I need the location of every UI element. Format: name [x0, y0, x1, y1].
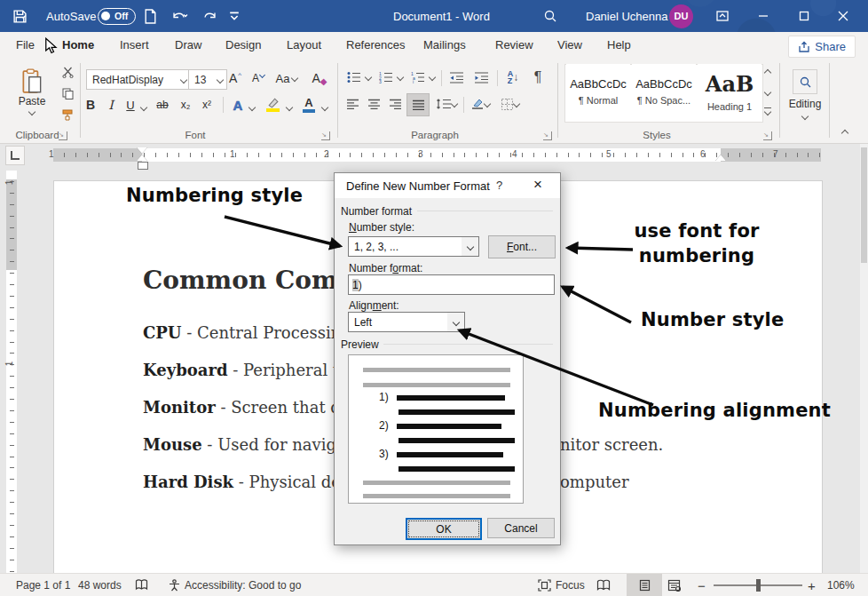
avatar[interactable]: DU: [669, 4, 693, 28]
tab-selector[interactable]: [5, 146, 25, 165]
multilevel-dropdown-icon[interactable]: [428, 73, 437, 82]
line-spacing-button[interactable]: [435, 95, 458, 113]
clear-formatting-button[interactable]: A◆: [309, 68, 330, 88]
undo-button[interactable]: [170, 0, 190, 32]
style-heading1[interactable]: AaB Heading 1: [698, 64, 761, 119]
save-icon[interactable]: [12, 0, 28, 32]
borders-button[interactable]: [497, 95, 522, 113]
close-button[interactable]: [836, 9, 849, 22]
tab-home[interactable]: Home: [60, 32, 96, 60]
new-document-icon[interactable]: [144, 0, 157, 32]
shrink-font-button[interactable]: A: [249, 68, 268, 88]
horizontal-ruler[interactable]: 1 1 2 3 4 5 6 7: [53, 148, 821, 162]
tab-layout[interactable]: Layout: [285, 32, 323, 58]
left-indent-marker[interactable]: [138, 162, 148, 170]
highlight-dropdown-icon[interactable]: [284, 102, 295, 113]
increase-indent-button[interactable]: [470, 68, 492, 86]
tab-view[interactable]: View: [556, 32, 584, 58]
style-normal[interactable]: AaBbCcDc ¶ Normal: [566, 64, 630, 119]
dialog-title-bar[interactable]: Define New Number Format ? ×: [335, 173, 560, 198]
alignment-combo[interactable]: Left: [348, 312, 465, 332]
word-count[interactable]: 48 words: [78, 574, 122, 596]
focus-button[interactable]: Focus: [538, 574, 585, 596]
style-no-spacing[interactable]: AaBbCcDc ¶ No Spac...: [632, 64, 696, 119]
font-name-combo[interactable]: RedHatDisplay: [86, 69, 193, 90]
vertical-scrollbar[interactable]: [860, 144, 868, 573]
styles-scroll-up[interactable]: [761, 67, 774, 79]
tab-insert[interactable]: Insert: [118, 32, 151, 58]
numbering-dropdown-icon[interactable]: [396, 73, 405, 82]
align-center-button[interactable]: [364, 95, 383, 113]
decrease-indent-button[interactable]: [446, 68, 467, 86]
align-left-button[interactable]: [343, 95, 362, 113]
superscript-button[interactable]: x²: [197, 95, 217, 115]
strikethrough-button[interactable]: ab: [153, 95, 172, 115]
sort-button[interactable]: AZ↓: [502, 68, 524, 86]
bold-button[interactable]: B: [82, 95, 99, 115]
user-name[interactable]: Daniel Uchenna: [586, 0, 668, 32]
dialog-help-button[interactable]: ?: [496, 179, 502, 192]
numbering-button[interactable]: 123: [376, 68, 396, 86]
tab-references[interactable]: References: [344, 32, 406, 58]
clipboard-dialog-launcher[interactable]: ↘: [59, 131, 67, 140]
copy-button[interactable]: [59, 86, 76, 100]
quick-access-menu-icon[interactable]: [229, 0, 240, 32]
read-mode-button[interactable]: [596, 574, 611, 596]
font-button[interactable]: Font...: [488, 235, 556, 258]
font-size-combo[interactable]: 13: [188, 69, 227, 90]
hanging-indent-marker[interactable]: [137, 155, 147, 161]
tab-design[interactable]: Design: [224, 32, 263, 58]
proofing-icon[interactable]: [135, 574, 148, 596]
share-button[interactable]: Share: [788, 36, 856, 58]
text-effects-button[interactable]: A: [229, 95, 247, 115]
styles-more-button[interactable]: [761, 104, 774, 118]
dialog-close-button[interactable]: ×: [533, 176, 542, 194]
font-dialog-launcher[interactable]: ↘: [321, 131, 330, 140]
change-case-button[interactable]: Aa: [273, 68, 300, 88]
bullets-dropdown-icon[interactable]: [364, 73, 373, 82]
underline-dropdown-icon[interactable]: [138, 102, 149, 113]
tab-mailings[interactable]: Mailings: [422, 32, 468, 58]
first-line-indent-marker[interactable]: [137, 147, 147, 154]
accessibility-status[interactable]: Accessibility: Good to go: [169, 574, 301, 596]
search-icon[interactable]: [543, 0, 557, 32]
paragraph-dialog-launcher[interactable]: ↘: [543, 131, 552, 140]
ok-button[interactable]: OK: [406, 518, 482, 540]
highlight-button[interactable]: [263, 93, 282, 115]
tab-review[interactable]: Review: [493, 32, 535, 58]
multilevel-list-button[interactable]: 1ai: [408, 68, 428, 86]
scrollbar-thumb[interactable]: [861, 147, 867, 263]
format-painter-button[interactable]: [59, 107, 76, 122]
tab-file[interactable]: File: [14, 32, 36, 58]
underline-button[interactable]: U: [122, 95, 138, 115]
styles-dialog-launcher[interactable]: ↘: [763, 131, 772, 140]
editing-button[interactable]: Editing: [786, 65, 824, 123]
align-right-button[interactable]: [385, 95, 405, 113]
page-indicator[interactable]: Page 1 of 1: [16, 574, 70, 596]
subscript-button[interactable]: x₂: [176, 95, 195, 115]
zoom-percentage[interactable]: 106%: [827, 574, 855, 596]
paste-button[interactable]: Paste: [11, 63, 53, 120]
number-style-combo[interactable]: 1, 2, 3, ...: [348, 236, 479, 257]
bullets-button[interactable]: [344, 68, 364, 86]
shading-button[interactable]: [469, 95, 492, 113]
tab-draw[interactable]: Draw: [173, 32, 203, 58]
cut-button[interactable]: [59, 65, 76, 79]
font-color-button[interactable]: A: [300, 93, 318, 115]
cancel-button[interactable]: Cancel: [487, 518, 555, 538]
print-layout-button[interactable]: [627, 574, 662, 596]
minimize-button[interactable]: [756, 9, 769, 22]
redo-button[interactable]: [202, 0, 218, 32]
italic-button[interactable]: I: [103, 95, 119, 115]
number-format-input[interactable]: 1): [348, 274, 555, 295]
text-effects-dropdown-icon[interactable]: [247, 102, 257, 113]
ribbon-display-options-icon[interactable]: [715, 0, 730, 32]
collapse-ribbon-button[interactable]: [838, 127, 852, 139]
maximize-button[interactable]: [797, 9, 810, 22]
tab-help[interactable]: Help: [605, 32, 633, 58]
font-color-dropdown-icon[interactable]: [320, 102, 330, 113]
zoom-in-button[interactable]: +: [808, 574, 816, 596]
autosave-toggle[interactable]: Off: [98, 0, 136, 32]
web-layout-button[interactable]: [667, 574, 681, 596]
styles-scroll-down[interactable]: [761, 86, 774, 99]
